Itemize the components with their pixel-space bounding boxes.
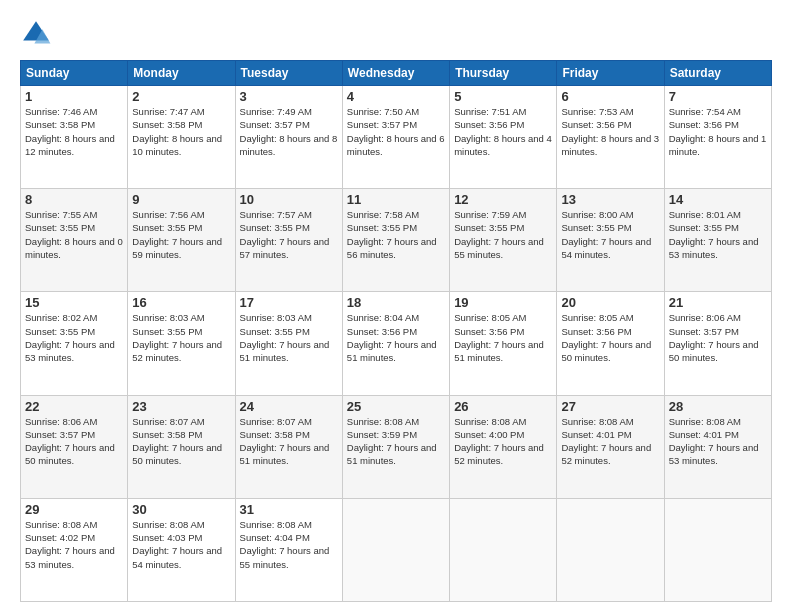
day-info: Sunrise: 8:08 AMSunset: 4:01 PMDaylight:…	[561, 415, 659, 468]
day-number: 20	[561, 295, 659, 310]
day-info: Sunrise: 8:03 AMSunset: 3:55 PMDaylight:…	[132, 311, 230, 364]
calendar-cell: 30Sunrise: 8:08 AMSunset: 4:03 PMDayligh…	[128, 498, 235, 601]
day-info: Sunrise: 8:03 AMSunset: 3:55 PMDaylight:…	[240, 311, 338, 364]
day-info: Sunrise: 8:05 AMSunset: 3:56 PMDaylight:…	[454, 311, 552, 364]
day-info: Sunrise: 7:46 AMSunset: 3:58 PMDaylight:…	[25, 105, 123, 158]
day-info: Sunrise: 8:07 AMSunset: 3:58 PMDaylight:…	[132, 415, 230, 468]
calendar-week-3: 15Sunrise: 8:02 AMSunset: 3:55 PMDayligh…	[21, 292, 772, 395]
day-number: 9	[132, 192, 230, 207]
calendar-cell: 20Sunrise: 8:05 AMSunset: 3:56 PMDayligh…	[557, 292, 664, 395]
calendar-cell: 4Sunrise: 7:50 AMSunset: 3:57 PMDaylight…	[342, 86, 449, 189]
day-number: 1	[25, 89, 123, 104]
day-info: Sunrise: 8:08 AMSunset: 4:01 PMDaylight:…	[669, 415, 767, 468]
calendar-cell: 8Sunrise: 7:55 AMSunset: 3:55 PMDaylight…	[21, 189, 128, 292]
day-info: Sunrise: 8:08 AMSunset: 4:02 PMDaylight:…	[25, 518, 123, 571]
day-number: 22	[25, 399, 123, 414]
calendar-week-2: 8Sunrise: 7:55 AMSunset: 3:55 PMDaylight…	[21, 189, 772, 292]
calendar-cell: 21Sunrise: 8:06 AMSunset: 3:57 PMDayligh…	[664, 292, 771, 395]
day-number: 8	[25, 192, 123, 207]
day-number: 16	[132, 295, 230, 310]
day-number: 5	[454, 89, 552, 104]
day-info: Sunrise: 8:04 AMSunset: 3:56 PMDaylight:…	[347, 311, 445, 364]
calendar-cell: 19Sunrise: 8:05 AMSunset: 3:56 PMDayligh…	[450, 292, 557, 395]
col-header-tuesday: Tuesday	[235, 61, 342, 86]
day-number: 14	[669, 192, 767, 207]
page: SundayMondayTuesdayWednesdayThursdayFrid…	[0, 0, 792, 612]
day-info: Sunrise: 7:54 AMSunset: 3:56 PMDaylight:…	[669, 105, 767, 158]
day-info: Sunrise: 8:08 AMSunset: 4:00 PMDaylight:…	[454, 415, 552, 468]
calendar-cell: 11Sunrise: 7:58 AMSunset: 3:55 PMDayligh…	[342, 189, 449, 292]
calendar-cell: 23Sunrise: 8:07 AMSunset: 3:58 PMDayligh…	[128, 395, 235, 498]
day-number: 31	[240, 502, 338, 517]
day-number: 17	[240, 295, 338, 310]
calendar-cell: 29Sunrise: 8:08 AMSunset: 4:02 PMDayligh…	[21, 498, 128, 601]
col-header-wednesday: Wednesday	[342, 61, 449, 86]
day-number: 7	[669, 89, 767, 104]
day-number: 21	[669, 295, 767, 310]
calendar-cell: 17Sunrise: 8:03 AMSunset: 3:55 PMDayligh…	[235, 292, 342, 395]
logo	[20, 18, 58, 50]
day-info: Sunrise: 8:08 AMSunset: 3:59 PMDaylight:…	[347, 415, 445, 468]
calendar-week-4: 22Sunrise: 8:06 AMSunset: 3:57 PMDayligh…	[21, 395, 772, 498]
calendar-cell: 9Sunrise: 7:56 AMSunset: 3:55 PMDaylight…	[128, 189, 235, 292]
day-info: Sunrise: 7:53 AMSunset: 3:56 PMDaylight:…	[561, 105, 659, 158]
col-header-friday: Friday	[557, 61, 664, 86]
calendar-cell: 2Sunrise: 7:47 AMSunset: 3:58 PMDaylight…	[128, 86, 235, 189]
col-header-saturday: Saturday	[664, 61, 771, 86]
calendar-cell	[342, 498, 449, 601]
day-info: Sunrise: 8:06 AMSunset: 3:57 PMDaylight:…	[669, 311, 767, 364]
day-number: 6	[561, 89, 659, 104]
calendar-cell: 1Sunrise: 7:46 AMSunset: 3:58 PMDaylight…	[21, 86, 128, 189]
calendar-cell: 13Sunrise: 8:00 AMSunset: 3:55 PMDayligh…	[557, 189, 664, 292]
col-header-thursday: Thursday	[450, 61, 557, 86]
day-number: 12	[454, 192, 552, 207]
day-number: 24	[240, 399, 338, 414]
day-number: 13	[561, 192, 659, 207]
day-number: 19	[454, 295, 552, 310]
day-info: Sunrise: 8:05 AMSunset: 3:56 PMDaylight:…	[561, 311, 659, 364]
calendar-cell: 26Sunrise: 8:08 AMSunset: 4:00 PMDayligh…	[450, 395, 557, 498]
calendar-cell	[664, 498, 771, 601]
calendar-cell: 31Sunrise: 8:08 AMSunset: 4:04 PMDayligh…	[235, 498, 342, 601]
day-number: 23	[132, 399, 230, 414]
calendar-week-1: 1Sunrise: 7:46 AMSunset: 3:58 PMDaylight…	[21, 86, 772, 189]
calendar-cell: 12Sunrise: 7:59 AMSunset: 3:55 PMDayligh…	[450, 189, 557, 292]
day-number: 4	[347, 89, 445, 104]
day-number: 26	[454, 399, 552, 414]
calendar-header-row: SundayMondayTuesdayWednesdayThursdayFrid…	[21, 61, 772, 86]
calendar-cell: 7Sunrise: 7:54 AMSunset: 3:56 PMDaylight…	[664, 86, 771, 189]
day-number: 30	[132, 502, 230, 517]
calendar-cell: 28Sunrise: 8:08 AMSunset: 4:01 PMDayligh…	[664, 395, 771, 498]
day-info: Sunrise: 8:06 AMSunset: 3:57 PMDaylight:…	[25, 415, 123, 468]
calendar-cell: 14Sunrise: 8:01 AMSunset: 3:55 PMDayligh…	[664, 189, 771, 292]
day-number: 15	[25, 295, 123, 310]
day-number: 18	[347, 295, 445, 310]
calendar-cell: 24Sunrise: 8:07 AMSunset: 3:58 PMDayligh…	[235, 395, 342, 498]
calendar-cell: 25Sunrise: 8:08 AMSunset: 3:59 PMDayligh…	[342, 395, 449, 498]
calendar-cell: 27Sunrise: 8:08 AMSunset: 4:01 PMDayligh…	[557, 395, 664, 498]
header	[20, 18, 772, 50]
day-number: 2	[132, 89, 230, 104]
day-number: 28	[669, 399, 767, 414]
day-info: Sunrise: 8:02 AMSunset: 3:55 PMDaylight:…	[25, 311, 123, 364]
day-info: Sunrise: 7:47 AMSunset: 3:58 PMDaylight:…	[132, 105, 230, 158]
calendar-cell: 5Sunrise: 7:51 AMSunset: 3:56 PMDaylight…	[450, 86, 557, 189]
day-info: Sunrise: 7:55 AMSunset: 3:55 PMDaylight:…	[25, 208, 123, 261]
calendar-cell: 3Sunrise: 7:49 AMSunset: 3:57 PMDaylight…	[235, 86, 342, 189]
day-info: Sunrise: 7:51 AMSunset: 3:56 PMDaylight:…	[454, 105, 552, 158]
day-info: Sunrise: 8:00 AMSunset: 3:55 PMDaylight:…	[561, 208, 659, 261]
day-info: Sunrise: 7:56 AMSunset: 3:55 PMDaylight:…	[132, 208, 230, 261]
day-number: 3	[240, 89, 338, 104]
calendar-cell: 16Sunrise: 8:03 AMSunset: 3:55 PMDayligh…	[128, 292, 235, 395]
calendar-cell	[557, 498, 664, 601]
day-info: Sunrise: 7:49 AMSunset: 3:57 PMDaylight:…	[240, 105, 338, 158]
day-number: 29	[25, 502, 123, 517]
day-info: Sunrise: 7:58 AMSunset: 3:55 PMDaylight:…	[347, 208, 445, 261]
calendar-cell: 18Sunrise: 8:04 AMSunset: 3:56 PMDayligh…	[342, 292, 449, 395]
calendar-cell: 22Sunrise: 8:06 AMSunset: 3:57 PMDayligh…	[21, 395, 128, 498]
calendar-cell: 6Sunrise: 7:53 AMSunset: 3:56 PMDaylight…	[557, 86, 664, 189]
calendar-week-5: 29Sunrise: 8:08 AMSunset: 4:02 PMDayligh…	[21, 498, 772, 601]
day-number: 11	[347, 192, 445, 207]
logo-icon	[20, 18, 52, 50]
calendar-cell: 15Sunrise: 8:02 AMSunset: 3:55 PMDayligh…	[21, 292, 128, 395]
